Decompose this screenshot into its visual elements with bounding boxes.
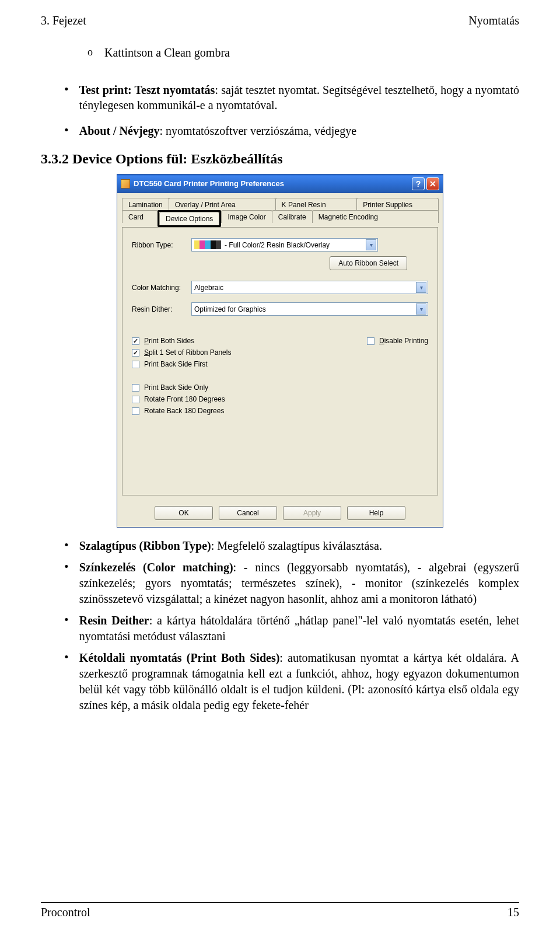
ok-button[interactable]: OK [155, 506, 213, 520]
ribbon-type-label: Ribbon Type: [132, 241, 191, 249]
ribbon-type-combo[interactable]: - Full Color/2 Resin Black/Overlay ▾ [191, 238, 378, 252]
apply-button[interactable]: Apply [283, 506, 341, 520]
tab-overlay[interactable]: Overlay / Print Area [169, 198, 276, 211]
body-bullet-3: • Resin Deither: a kártya hátoldalára tö… [64, 613, 519, 644]
chk-label: Split 1 Set of Ribbon Panels [144, 348, 231, 357]
sub-bullet-text: Kattintson a Clean gombra [104, 45, 230, 60]
chapter-label: 3. Fejezet [41, 14, 86, 27]
tab-device-options[interactable]: Device Options [159, 212, 219, 225]
chk-label: Disable Printing [379, 337, 428, 345]
color-matching-combo[interactable]: Algebraic ▾ [191, 281, 428, 294]
chk-label: Rotate Back 180 Degrees [144, 407, 224, 415]
checkbox-icon[interactable] [132, 337, 139, 345]
chevron-down-icon[interactable]: ▾ [416, 282, 426, 293]
chk-label: Print Both Sides [144, 337, 194, 345]
screenshot-container: DTC550 Card Printer Printing Preferences… [41, 174, 519, 528]
tab-lamination[interactable]: Lamination [122, 198, 169, 211]
body-text-2: Színkezelés (Color matching): - nincs (l… [79, 560, 519, 607]
intro-text-2: About / Névjegy: nyomtatószoftver verzió… [79, 123, 356, 138]
section-label: Nyomtatás [468, 14, 519, 27]
checkbox-group-lower: Print Back Side Only Rotate Front 180 De… [132, 383, 428, 415]
footer-page: 15 [508, 906, 519, 919]
bullet-marker: o [88, 45, 93, 60]
checkbox-icon[interactable] [132, 361, 139, 368]
help-button[interactable]: Help [347, 506, 405, 520]
chk-label: Rotate Front 180 Degrees [144, 395, 225, 403]
color-matching-value: Algebraic [194, 284, 223, 292]
body-bullet-2: • Színkezelés (Color matching): - nincs … [64, 560, 519, 607]
body-bullet-4: • Kétoldali nyomtatás (Print Both Sides)… [64, 650, 519, 713]
preferences-window: DTC550 Card Printer Printing Preferences… [117, 174, 443, 528]
tab-supplies[interactable]: Printer Supplies [356, 198, 439, 211]
checkbox-icon[interactable] [132, 396, 139, 403]
tab-kpanel[interactable]: K Panel Resin [275, 198, 358, 211]
titlebar[interactable]: DTC550 Card Printer Printing Preferences… [117, 174, 443, 193]
footer-rule [41, 902, 519, 903]
cancel-button[interactable]: Cancel [219, 506, 277, 520]
chk-disable-printing[interactable]: Disable Printing [367, 337, 428, 345]
sub-bullet: o Kattintson a Clean gombra [88, 45, 519, 60]
intro-bullet-1: • Test print: Teszt nyomtatás: saját tes… [64, 82, 519, 113]
bullet-marker: • [64, 123, 69, 138]
tab-device-options-highlight: Device Options [158, 210, 221, 227]
page-header: 3. Fejezet Nyomtatás [41, 14, 519, 27]
tab-magnetic[interactable]: Magnetic Encoding [312, 210, 439, 223]
body-text-1: Szalagtípus (Ribbon Type): Megfelelő sza… [79, 538, 382, 554]
auto-ribbon-button[interactable]: Auto Ribbon Select [330, 256, 407, 270]
chk-split-ribbon[interactable]: Split 1 Set of Ribbon Panels [132, 348, 367, 357]
bullet-marker: • [64, 82, 69, 113]
chk-label: Print Back Side First [144, 360, 208, 368]
close-button[interactable]: ✕ [426, 177, 439, 190]
intro-text-1: Test print: Teszt nyomtatás: saját teszt… [79, 82, 519, 113]
bullet-marker: • [64, 560, 69, 607]
intro-bullet-2: • About / Névjegy: nyomtatószoftver verz… [64, 123, 519, 138]
chk-back-only[interactable]: Print Back Side Only [132, 383, 428, 392]
chevron-down-icon[interactable]: ▾ [416, 303, 426, 315]
color-matching-label: Color Matching: [132, 284, 191, 292]
ribbon-type-value: - Full Color/2 Resin Black/Overlay [225, 241, 330, 249]
checkbox-icon[interactable] [132, 407, 139, 415]
footer-left: Procontrol [41, 906, 90, 919]
tab-panel: Ribbon Type: - Full Color/2 Resin Black/… [122, 227, 438, 495]
chevron-down-icon[interactable]: ▾ [366, 239, 376, 250]
window-title: DTC550 Card Printer Printing Preferences [134, 179, 284, 188]
section-heading: 3.3.2 Device Options fül: Eszközbeállítá… [41, 151, 519, 167]
ribbon-swatch-icon [194, 240, 221, 249]
resin-dither-label: Resin Dither: [132, 305, 191, 313]
chk-rotate-front[interactable]: Rotate Front 180 Degrees [132, 395, 428, 403]
bullet-marker: • [64, 538, 69, 554]
body-text-3: Resin Deither: a kártya hátoldalára tört… [79, 613, 519, 644]
tab-strip: Lamination Overlay / Print Area K Panel … [117, 193, 443, 227]
resin-dither-value: Optimized for Graphics [194, 305, 266, 313]
body-bullet-1: • Szalagtípus (Ribbon Type): Megfelelő s… [64, 538, 519, 554]
bullet-marker: • [64, 613, 69, 644]
checkbox-icon[interactable] [132, 384, 139, 392]
dialog-button-bar: OK Cancel Apply Help [117, 500, 443, 527]
help-button[interactable]: ? [412, 177, 425, 190]
chk-back-first[interactable]: Print Back Side First [132, 360, 367, 368]
resin-dither-combo[interactable]: Optimized for Graphics ▾ [191, 302, 428, 316]
chk-print-both-sides[interactable]: Print Both Sides [132, 337, 367, 345]
checkbox-icon[interactable] [132, 349, 139, 357]
checkbox-icon[interactable] [367, 337, 374, 345]
checkbox-group-upper: Print Both Sides Split 1 Set of Ribbon P… [132, 337, 428, 372]
tab-calibrate[interactable]: Calibrate [272, 210, 313, 223]
tab-card[interactable]: Card [122, 210, 158, 223]
chk-label: Print Back Side Only [144, 383, 208, 392]
app-icon [121, 179, 130, 189]
page-footer: Procontrol 15 [41, 906, 519, 919]
bullet-marker: • [64, 650, 69, 713]
chk-rotate-back[interactable]: Rotate Back 180 Degrees [132, 407, 428, 415]
body-text-4: Kétoldali nyomtatás (Print Both Sides): … [79, 650, 519, 713]
tab-image-color[interactable]: Image Color [221, 210, 272, 223]
